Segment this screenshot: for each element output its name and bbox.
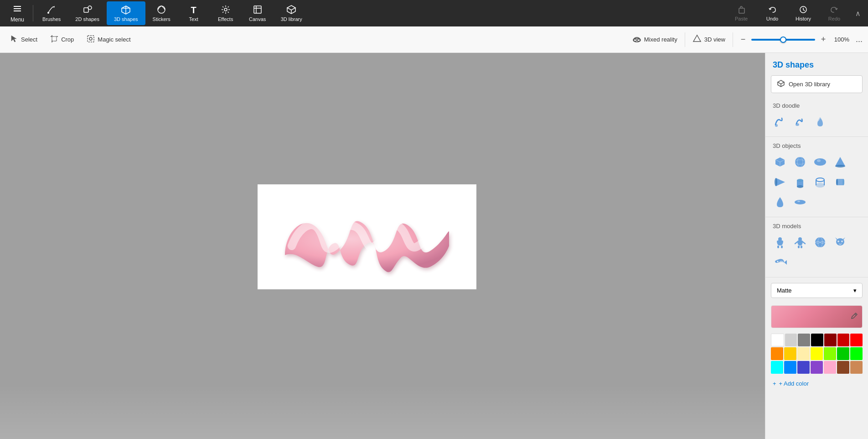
svg-rect-2	[14, 10, 21, 11]
object-cylinder[interactable]	[791, 173, 809, 191]
mixed-reality-icon	[632, 34, 641, 45]
more-options-button[interactable]: ...	[854, 33, 864, 46]
zoom-slider-container	[751, 39, 815, 41]
object-lens[interactable]	[811, 153, 829, 171]
color-indigo[interactable]	[797, 361, 810, 374]
color-brightgreen[interactable]	[850, 347, 863, 360]
color-gray[interactable]	[798, 334, 810, 346]
material-dropdown[interactable]: Matte ▾	[771, 283, 863, 298]
object-tube[interactable]	[831, 173, 849, 191]
color-lightyellow[interactable]	[797, 347, 810, 360]
canvas-area[interactable]	[0, 53, 765, 439]
toolbar-3d-library[interactable]: 3D library	[274, 1, 310, 25]
select-tool[interactable]: Select	[4, 30, 44, 50]
doodle-section-label: 3D doodle	[765, 99, 868, 111]
doodle-shape-3[interactable]	[811, 113, 829, 131]
color-palette	[771, 334, 863, 374]
3d-library-icon	[286, 5, 296, 16]
color-brightred[interactable]	[850, 334, 863, 346]
library-icon	[777, 79, 785, 89]
color-brown[interactable]	[837, 361, 849, 374]
undo-button[interactable]: Undo	[759, 3, 786, 23]
object-sphere[interactable]	[791, 153, 809, 171]
color-yellow[interactable]	[811, 347, 823, 360]
svg-point-65	[777, 261, 779, 262]
color-white[interactable]	[771, 334, 784, 346]
crop-icon	[50, 35, 58, 44]
color-tan[interactable]	[850, 361, 863, 374]
svg-point-50	[836, 179, 838, 185]
model-person2[interactable]	[791, 233, 809, 251]
drawing-canvas[interactable]	[258, 184, 476, 289]
color-lightgray[interactable]	[785, 334, 797, 346]
zoom-in-button[interactable]: +	[817, 33, 830, 46]
model-fish[interactable]	[771, 253, 789, 272]
model-cat[interactable]	[831, 233, 849, 251]
top-toolbar: Menu Brushes 2D shapes	[0, 0, 868, 26]
object-disc[interactable]	[791, 193, 809, 211]
toolbar-effects[interactable]: Effects	[210, 1, 242, 25]
mixed-reality-button[interactable]: Mixed reality	[629, 32, 681, 47]
object-hollow-cylinder[interactable]	[811, 173, 829, 191]
toolbar-right: Paste Undo History	[728, 3, 864, 23]
magic-select-tool[interactable]: Magic select	[80, 30, 137, 50]
svg-point-64	[841, 240, 843, 242]
zoom-out-button[interactable]: −	[737, 33, 749, 46]
minimize-button[interactable]: ∧	[852, 5, 864, 21]
doodle-shapes-grid	[765, 111, 868, 135]
add-color-button[interactable]: + + Add color	[765, 376, 868, 392]
open-3d-library-button[interactable]: Open 3D library	[771, 75, 863, 93]
color-pink[interactable]	[824, 361, 836, 374]
add-color-icon: +	[773, 380, 776, 387]
model-person1[interactable]	[771, 233, 789, 251]
magic-select-icon	[87, 35, 95, 44]
toolbar-brushes[interactable]: Brushes	[35, 1, 68, 25]
eyedropper-button[interactable]	[850, 312, 858, 322]
doodle-shape-1[interactable]	[771, 113, 789, 131]
3d-view-button[interactable]: 3D view	[689, 32, 729, 47]
color-row-1	[771, 334, 863, 346]
color-purple[interactable]	[811, 361, 823, 374]
zoom-slider[interactable]	[751, 39, 815, 41]
toolbar-2d-shapes[interactable]: 2D shapes	[68, 1, 107, 25]
toolbar-3d-shapes[interactable]: 3D shapes	[107, 1, 145, 25]
svg-rect-56	[781, 246, 783, 248]
canvas-icon	[253, 5, 263, 16]
color-red[interactable]	[837, 334, 850, 346]
color-darkred[interactable]	[824, 334, 837, 346]
color-gold[interactable]	[784, 347, 796, 360]
object-drop[interactable]	[771, 193, 789, 211]
color-blue[interactable]	[784, 361, 796, 374]
color-lime[interactable]	[824, 347, 836, 360]
paste-button[interactable]: Paste	[728, 3, 755, 23]
svg-point-3	[47, 12, 49, 14]
toolbar-canvas[interactable]: Canvas	[242, 1, 274, 25]
color-black[interactable]	[811, 334, 823, 346]
color-swatch-preview[interactable]	[771, 305, 863, 328]
panel-divider-2	[765, 217, 868, 217]
model-globe[interactable]	[811, 233, 829, 251]
dropdown-icon: ▾	[853, 287, 857, 294]
svg-rect-58	[798, 246, 800, 248]
color-green[interactable]	[837, 347, 849, 360]
color-cyan[interactable]	[771, 361, 783, 374]
history-button[interactable]: History	[790, 3, 817, 23]
select-icon	[10, 35, 18, 44]
menu-button[interactable]: Menu	[4, 1, 31, 26]
object-cone-side[interactable]	[771, 173, 789, 191]
color-orange[interactable]	[771, 347, 783, 360]
objects-section-label: 3D objects	[765, 139, 868, 151]
menu-icon	[13, 4, 22, 16]
object-cone-up[interactable]	[831, 153, 849, 171]
svg-point-45	[797, 185, 803, 188]
doodle-shape-2[interactable]	[791, 113, 809, 131]
crop-tool[interactable]: Crop	[44, 30, 80, 50]
redo-button[interactable]: Redo	[821, 3, 848, 23]
toolbar-text[interactable]: T Text	[178, 1, 210, 25]
floor-reflection	[0, 384, 765, 439]
svg-point-47	[816, 183, 824, 187]
object-cube[interactable]	[771, 153, 789, 171]
color-row-2	[771, 347, 863, 360]
toolbar-stickers[interactable]: Stickers	[145, 1, 178, 25]
paste-icon	[737, 5, 746, 15]
